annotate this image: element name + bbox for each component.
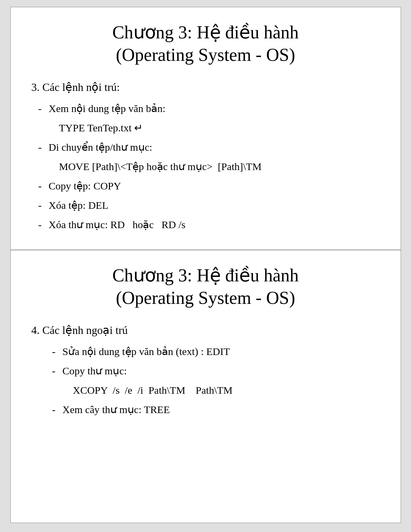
- slide-1-title-line2: (Operating System - OS): [31, 44, 380, 66]
- slide-1: Chương 3: Hệ điều hành (Operating System…: [10, 7, 401, 250]
- code-line: XCOPY /s /e /i Path\TM Path\TM: [31, 382, 380, 399]
- list-item: - Xóa tệp: DEL: [31, 197, 380, 214]
- list-item: - Xem cây thư mục: TREE: [31, 401, 380, 418]
- dash-icon: -: [52, 363, 63, 379]
- item-text: Xem cây thư mục: TREE: [63, 401, 380, 418]
- list-item: - Copy tệp: COPY: [31, 178, 380, 194]
- list-item: - Xem nội dung tệp văn bản:: [31, 100, 380, 117]
- item-text: Xóa thư mục: RD hoặc RD /s: [49, 216, 380, 233]
- slide-2: Chương 3: Hệ điều hành (Operating System…: [10, 250, 401, 523]
- slide-2-section: 4. Các lệnh ngoại trú: [31, 321, 380, 339]
- item-text: Copy tệp: COPY: [49, 178, 380, 194]
- slide-2-title-line2: (Operating System - OS): [31, 287, 380, 309]
- slide-2-title: Chương 3: Hệ điều hành (Operating System…: [31, 264, 380, 309]
- list-item: - Copy thư mục:: [31, 363, 380, 379]
- slide-2-title-line1: Chương 3: Hệ điều hành: [31, 264, 380, 287]
- code-line: MOVE [Path]\<Tệp hoặc thư mục> [Path]\TM: [31, 158, 380, 175]
- slide-2-content: 4. Các lệnh ngoại trú - Sửa nội dung tệp…: [31, 321, 380, 418]
- item-text: Xóa tệp: DEL: [49, 197, 380, 214]
- slide-1-section: 3. Các lệnh nội trú:: [31, 78, 380, 96]
- item-text: Di chuyển tệp/thư mục:: [49, 139, 380, 156]
- dash-icon: -: [38, 178, 49, 194]
- list-item: - Sửa nội dung tệp văn bản (text) : EDIT: [31, 343, 380, 360]
- list-item: - Xóa thư mục: RD hoặc RD /s: [31, 216, 380, 233]
- dash-icon: -: [38, 139, 49, 156]
- dash-icon: -: [38, 100, 49, 117]
- item-text: Xem nội dung tệp văn bản:: [49, 100, 380, 117]
- dash-icon: -: [38, 216, 49, 233]
- item-text: Sửa nội dung tệp văn bản (text) : EDIT: [63, 343, 380, 360]
- page-container: Chương 3: Hệ điều hành (Operating System…: [0, 0, 411, 532]
- list-item: - Di chuyển tệp/thư mục:: [31, 139, 380, 156]
- slide-1-title-line1: Chương 3: Hệ điều hành: [31, 21, 380, 44]
- slide-1-title: Chương 3: Hệ điều hành (Operating System…: [31, 21, 380, 66]
- dash-icon: -: [52, 343, 63, 360]
- item-text: Copy thư mục:: [63, 363, 380, 379]
- slide-1-content: 3. Các lệnh nội trú: - Xem nội dung tệp …: [31, 78, 380, 233]
- code-line: TYPE TenTep.txt ↵: [31, 120, 380, 136]
- dash-icon: -: [52, 401, 63, 418]
- dash-icon: -: [38, 197, 49, 214]
